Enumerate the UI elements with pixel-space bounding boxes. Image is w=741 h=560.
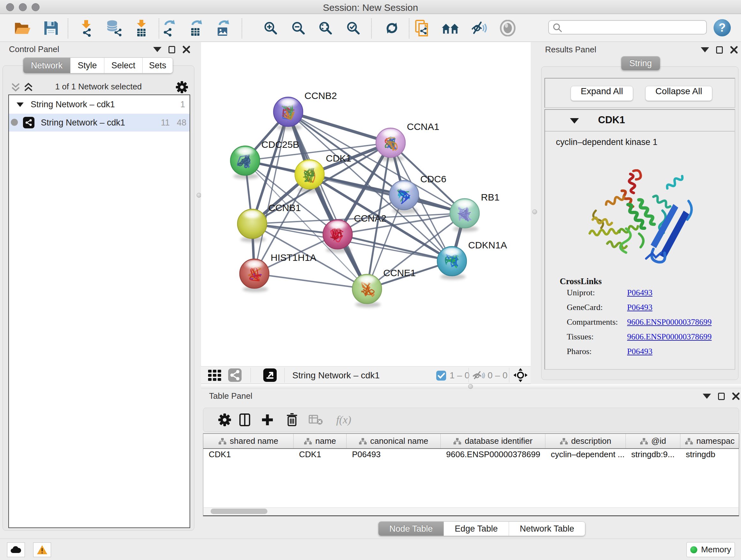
cell[interactable]: CDK1	[293, 449, 347, 463]
crosslink-value-link[interactable]: 9606.ENSP00000378699	[627, 332, 712, 341]
tab-select[interactable]: Select	[104, 58, 142, 73]
table-settings-gear-icon[interactable]	[217, 413, 232, 427]
node-CCNA1[interactable]: CCNA1	[376, 121, 440, 161]
table-row[interactable]: CDK1CDK1P064939606.ENSP00000378699cyclin…	[203, 449, 739, 463]
preview-icon[interactable]	[499, 19, 517, 37]
import-network-icon[interactable]	[77, 19, 95, 37]
hidden-eye-icon[interactable]	[471, 366, 485, 384]
table-collapse-icon[interactable]	[703, 394, 711, 399]
add-column-icon[interactable]	[260, 413, 275, 427]
column-header-namespac[interactable]: namespac	[680, 434, 739, 448]
tab-node-table[interactable]: Node Table	[379, 522, 444, 536]
search-box[interactable]	[548, 20, 707, 35]
zoom-selected-icon[interactable]	[344, 19, 362, 37]
open-session-icon[interactable]	[14, 19, 31, 37]
show-columns-icon[interactable]	[238, 413, 252, 427]
refresh-icon[interactable]	[383, 19, 401, 37]
export-view-icon[interactable]	[261, 366, 279, 384]
crosslink-value-link[interactable]: P06493	[627, 288, 652, 298]
column-header--id[interactable]: @id	[626, 434, 680, 448]
node-RB1[interactable]: RB1	[450, 192, 499, 232]
results-float-icon[interactable]	[716, 46, 723, 54]
warning-status-button[interactable]	[33, 543, 51, 557]
column-header-name[interactable]: name	[293, 434, 347, 448]
bottom-splitter-handle[interactable]	[468, 384, 473, 389]
panel-float-icon[interactable]	[169, 46, 175, 53]
memory-button[interactable]: Memory	[686, 542, 735, 557]
expand-all-button[interactable]: Expand All	[570, 86, 633, 101]
import-table-icon[interactable]	[132, 19, 150, 37]
table-close-icon[interactable]	[732, 392, 740, 400]
left-splitter-handle[interactable]	[197, 193, 201, 198]
options-gear-icon[interactable]	[176, 81, 188, 94]
tab-network-table[interactable]: Network Table	[509, 522, 585, 536]
node-CDC6[interactable]: CDC6	[389, 174, 447, 213]
panel-close-icon[interactable]	[182, 45, 191, 54]
right-splitter-handle[interactable]	[532, 209, 537, 214]
help-button[interactable]: ?	[714, 19, 731, 37]
network-share-icon[interactable]	[226, 366, 244, 384]
tab-style[interactable]: Style	[70, 58, 104, 73]
zoom-out-icon[interactable]	[289, 19, 307, 37]
window-title: Session: New Session	[0, 2, 741, 13]
zoom-in-icon[interactable]	[262, 19, 280, 37]
column-header-shared-name[interactable]: shared name	[203, 434, 293, 448]
save-session-icon[interactable]	[42, 19, 60, 37]
selected-checkbox-icon[interactable]	[436, 371, 446, 381]
entry-collapse-icon[interactable]	[570, 118, 579, 124]
function-builder-icon[interactable]: f(x)	[331, 413, 356, 427]
results-button-row: Expand All Collapse All	[544, 78, 735, 108]
crosslink-value-link[interactable]: P06493	[627, 303, 652, 312]
node-HIST1H1A[interactable]: HIST1H1A	[239, 252, 316, 292]
export-table-icon[interactable]	[187, 19, 205, 37]
copy-document-icon[interactable]	[413, 19, 431, 37]
column-header-canonical-name[interactable]: canonical name	[347, 434, 441, 448]
birdseye-grid-icon[interactable]	[206, 366, 224, 384]
node-CDC25B[interactable]: CDC25B	[230, 139, 299, 179]
panel-collapse-icon[interactable]	[153, 47, 161, 52]
home-network-icon[interactable]	[441, 19, 459, 37]
network-view[interactable]: CCNB2 CCNA1 CDC25B CDK1 CDC6 RB1	[201, 42, 531, 366]
column-header-description[interactable]: description	[545, 434, 626, 448]
cell[interactable]: CDK1	[203, 449, 293, 463]
delete-column-icon[interactable]	[285, 413, 299, 427]
network-tree-root-row[interactable]: String Network – cdk1 1	[9, 96, 190, 114]
edge-CCNB2-CCNA1[interactable]	[288, 112, 391, 143]
crosslink-value-link[interactable]: 9606.ENSP00000378699	[627, 317, 712, 327]
crosslink-value-link[interactable]: P06493	[627, 347, 652, 356]
cell[interactable]: stringdb	[680, 449, 739, 463]
tab-network[interactable]: Network	[23, 58, 70, 73]
zoom-fit-icon[interactable]	[317, 19, 334, 37]
search-input[interactable]	[563, 21, 704, 33]
network-tree-child-row[interactable]: String Network – cdk1 11 48	[9, 114, 190, 132]
cell[interactable]: cyclin–dependent ...	[545, 449, 626, 463]
cell[interactable]: P06493	[347, 449, 441, 463]
results-close-icon[interactable]	[730, 46, 738, 54]
column-header-database-identifier[interactable]: database identifier	[441, 434, 545, 448]
node-CDKN1A[interactable]: CDKN1A	[437, 240, 507, 280]
fit-move-icon[interactable]	[512, 366, 529, 384]
tab-sets[interactable]: Sets	[142, 58, 173, 73]
node-CCNE1[interactable]: CCNE1	[352, 267, 416, 307]
toolbar-separator	[242, 18, 242, 38]
tab-edge-table[interactable]: Edge Table	[444, 522, 509, 536]
delete-table-icon[interactable]	[309, 413, 323, 427]
results-collapse-icon[interactable]	[701, 47, 709, 52]
export-network-icon[interactable]	[160, 19, 178, 37]
collapse-all-button[interactable]: Collapse All	[645, 86, 712, 101]
table-horizontal-scrollbar[interactable]	[204, 507, 738, 515]
export-image-icon[interactable]	[214, 19, 232, 37]
edge-CCNB2-HIST1H1A[interactable]	[254, 112, 288, 273]
table-float-icon[interactable]	[718, 393, 725, 400]
scrollbar-thumb[interactable]	[211, 509, 267, 514]
tree-expand-icon[interactable]	[16, 101, 24, 108]
cloud-status-button[interactable]	[7, 543, 25, 557]
results-entry-header[interactable]: CDK1	[545, 110, 735, 132]
edge-HIST1H1A-CCNE1[interactable]	[254, 273, 367, 289]
results-tab-string[interactable]: String	[621, 56, 660, 71]
import-database-icon[interactable]	[105, 19, 122, 37]
hide-panel-icon[interactable]	[470, 19, 488, 37]
cell[interactable]: stringdb:9...	[626, 449, 680, 463]
node-label-RB1: RB1	[481, 192, 499, 202]
cell[interactable]: 9606.ENSP00000378699	[441, 449, 545, 463]
